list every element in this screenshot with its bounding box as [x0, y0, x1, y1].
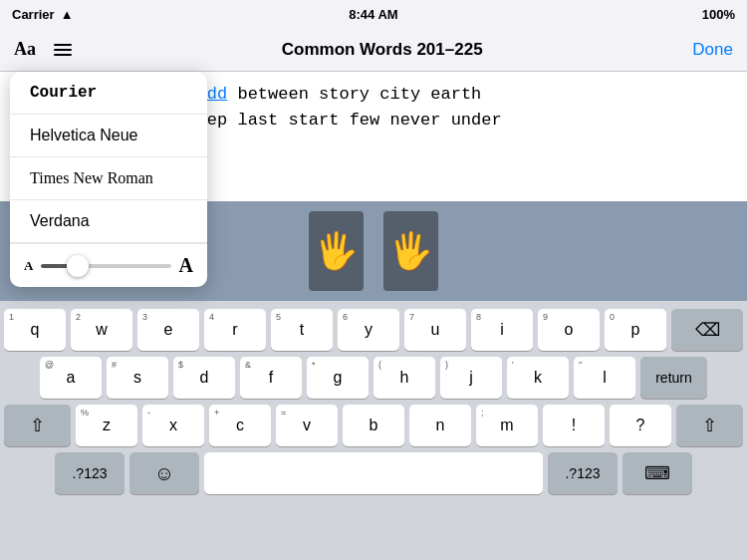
carrier-label: Carrier	[12, 7, 55, 22]
key-m[interactable]: ;m	[476, 405, 538, 446]
key-keyboard[interactable]: ⌨	[622, 452, 692, 494]
key-a[interactable]: @a	[40, 357, 102, 399]
key-d[interactable]: $d	[173, 357, 235, 399]
left-hand-box: 🖐	[309, 211, 364, 291]
key-h[interactable]: (h	[374, 357, 435, 399]
key-r[interactable]: 4r	[204, 309, 266, 351]
font-size-large-label: A	[179, 254, 193, 277]
list-icon-button[interactable]	[54, 44, 72, 56]
key-o[interactable]: 9o	[538, 309, 600, 351]
key-e[interactable]: 3e	[137, 309, 199, 351]
keyboard-row-2: @a #s $d &f *g (h )j 'k "l return	[4, 357, 743, 399]
keyboard-row-4: .?123 ☺ .?123 ⌨	[4, 452, 743, 494]
battery-label: 100%	[702, 7, 735, 22]
key-x[interactable]: -x	[142, 405, 204, 446]
key-f[interactable]: &f	[240, 357, 302, 399]
font-size-slider-row: A A	[10, 243, 207, 287]
key-v[interactable]: =v	[276, 405, 338, 446]
status-right: 100%	[702, 7, 735, 22]
font-size-small-label: A	[24, 258, 33, 274]
key-space[interactable]	[204, 452, 543, 494]
wifi-icon: ▲	[61, 7, 74, 22]
nav-left: Aa	[14, 39, 72, 60]
key-c[interactable]: +c	[209, 405, 271, 446]
font-dropdown-menu: Courier Helvetica Neue Times New Roman V…	[10, 72, 207, 287]
key-l[interactable]: "l	[574, 357, 635, 399]
key-delete[interactable]: ⌫	[671, 309, 743, 351]
keyboard: 1q 2w 3e 4r 5t 6y 7u 8i 9o 0p ⌫ @a #s $d…	[0, 301, 747, 560]
done-button[interactable]: Done	[692, 40, 733, 60]
font-option-courier[interactable]: Courier	[10, 72, 207, 115]
key-g[interactable]: *g	[307, 357, 369, 399]
key-exclamation[interactable]: !	[543, 405, 605, 446]
key-p[interactable]: 0p	[605, 309, 666, 351]
font-size-button[interactable]: Aa	[14, 39, 36, 60]
key-emoji[interactable]: ☺	[129, 452, 199, 494]
key-s[interactable]: #s	[107, 357, 168, 399]
nav-bar: Aa Common Words 201–225 Done	[0, 28, 747, 72]
right-hand-box: 🖐	[383, 211, 438, 291]
key-t[interactable]: 5t	[271, 309, 333, 351]
key-return[interactable]: return	[640, 357, 707, 399]
key-y[interactable]: 6y	[338, 309, 399, 351]
font-size-slider-thumb[interactable]	[67, 255, 89, 277]
font-size-slider-track[interactable]	[41, 264, 170, 268]
key-b[interactable]: b	[343, 405, 404, 446]
key-numbers-right[interactable]: .?123	[548, 452, 618, 494]
key-question[interactable]: ?	[610, 405, 671, 446]
key-n[interactable]: n	[409, 405, 471, 446]
keyboard-row-1: 1q 2w 3e 4r 5t 6y 7u 8i 9o 0p ⌫	[4, 309, 743, 351]
left-hand-icon: 🖐	[314, 230, 359, 272]
font-option-verdana[interactable]: Verdana	[10, 200, 207, 243]
key-shift-right[interactable]: ⇧	[676, 405, 743, 446]
status-bar: Carrier ▲ 8:44 AM 100%	[0, 0, 747, 28]
key-u[interactable]: 7u	[404, 309, 466, 351]
key-j[interactable]: )j	[440, 357, 502, 399]
nav-title: Common Words 201–225	[282, 40, 483, 60]
font-option-times-new-roman[interactable]: Times New Roman	[10, 157, 207, 200]
status-left: Carrier ▲	[12, 7, 74, 22]
key-q[interactable]: 1q	[4, 309, 66, 351]
key-i[interactable]: 8i	[471, 309, 533, 351]
keyboard-row-3: ⇧ %z -x +c =v b n ;m ! ? ⇧	[4, 405, 743, 446]
status-time: 8:44 AM	[349, 7, 397, 22]
key-k[interactable]: 'k	[507, 357, 569, 399]
font-option-helvetica[interactable]: Helvetica Neue	[10, 115, 207, 157]
right-hand-icon: 🖐	[388, 230, 433, 272]
key-shift-left[interactable]: ⇧	[4, 405, 71, 446]
key-w[interactable]: 2w	[71, 309, 132, 351]
key-z[interactable]: %z	[76, 405, 137, 446]
key-numbers-left[interactable]: .?123	[55, 452, 124, 494]
